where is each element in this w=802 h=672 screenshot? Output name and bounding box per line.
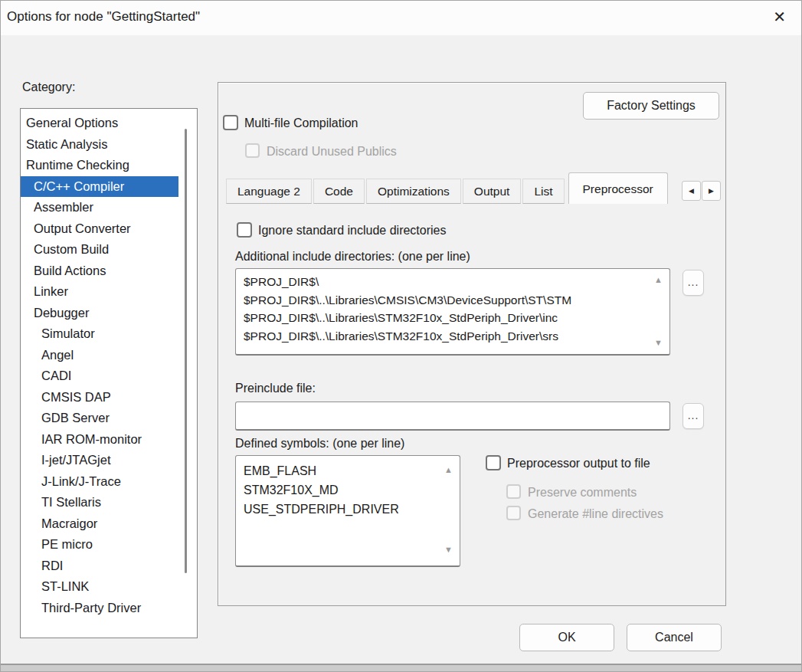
include-directories-browse-button[interactable]: ... — [683, 270, 704, 296]
multi-file-compilation-checkbox[interactable] — [223, 115, 238, 130]
category-item[interactable]: RDI — [21, 556, 178, 577]
category-item[interactable]: Build Actions — [21, 261, 178, 282]
category-item[interactable]: Simulator — [21, 323, 178, 345]
compiler-tab-label: Optimizations — [378, 185, 450, 198]
discard-unused-publics-label: Discard Unused Publics — [267, 145, 397, 159]
scroll-down-icon[interactable]: ▼ — [444, 546, 453, 554]
include-directory-line: $PROJ_DIR$\..\Libraries\STM32F10x_StdPer… — [244, 309, 643, 327]
category-item-label: Output Converter — [34, 221, 131, 235]
additional-include-directories-label: Additional include directories: (one per… — [235, 250, 470, 264]
generate-line-directives-checkbox — [506, 506, 521, 520]
category-item[interactable]: J-Link/J-Trace — [21, 471, 178, 493]
category-item-label: Assembler — [34, 200, 93, 214]
category-item-label: C/C++ Compiler — [34, 179, 124, 193]
compiler-tab[interactable]: List — [522, 179, 564, 204]
tab-scroll-right-icon[interactable]: ▶ — [702, 181, 721, 201]
tab-scroll-left-icon[interactable]: ◀ — [682, 181, 701, 201]
category-item-label: J-Link/J-Trace — [41, 474, 121, 488]
category-label: Category: — [22, 80, 75, 94]
preinclude-file-browse-button[interactable]: ... — [683, 403, 704, 429]
category-item-label: PE micro — [41, 537, 93, 551]
category-item[interactable]: PE micro — [21, 534, 178, 556]
category-item[interactable]: Static Analysis — [21, 134, 178, 156]
include-directory-line: $PROJ_DIR$\ — [244, 273, 643, 291]
defined-symbol-line: STM32F10X_MD — [244, 480, 434, 500]
preinclude-file-label: Preinclude file: — [235, 382, 316, 395]
scroll-down-icon[interactable]: ▼ — [654, 339, 663, 347]
preserve-comments-checkbox — [506, 484, 521, 499]
category-item-label: IAR ROM-monitor — [41, 432, 142, 446]
category-item-label: Third-Party Driver — [41, 601, 141, 615]
category-item[interactable]: C/C++ Compiler — [21, 176, 178, 198]
category-item[interactable]: TI Stellaris — [21, 492, 178, 513]
category-item-label: Runtime Checking — [26, 158, 129, 172]
preserve-comments-label: Preserve comments — [528, 486, 637, 500]
compiler-tab-label: Language 2 — [237, 185, 300, 198]
category-item-label: Angel — [41, 348, 74, 362]
dialog-title: Options for node "GettingStarted" — [7, 9, 200, 25]
category-item-label: Simulator — [41, 326, 95, 340]
category-item[interactable]: Assembler — [21, 197, 178, 218]
preinclude-file-input[interactable] — [235, 402, 670, 431]
category-item-label: Build Actions — [34, 264, 106, 277]
category-item[interactable]: IAR ROM-monitor — [21, 429, 178, 451]
category-item-label: Linker — [34, 284, 68, 298]
include-directory-line: $PROJ_DIR$\..\Libraries\CMSIS\CM3\Device… — [244, 291, 643, 310]
defined-symbol-line: EMB_FLASH — [244, 461, 434, 480]
category-item-label: TI Stellaris — [41, 495, 101, 509]
defined-symbol-line: USE_STDPERIPH_DRIVER — [244, 500, 434, 519]
additional-include-directories-textarea[interactable]: $PROJ_DIR$\ $PROJ_DIR$\..\Libraries\CMSI… — [235, 268, 670, 356]
ignore-standard-include-checkbox[interactable] — [237, 222, 252, 238]
generate-line-directives-label: Generate #line directives — [528, 507, 663, 521]
multi-file-compilation-label: Multi-file Compilation — [244, 116, 358, 130]
category-item[interactable]: Custom Build — [21, 239, 178, 261]
compiler-tab[interactable]: Preprocessor — [568, 172, 668, 204]
category-item[interactable]: General Options — [21, 113, 178, 134]
category-item-label: Macraigor — [41, 516, 97, 530]
close-icon[interactable]: ✕ — [773, 8, 786, 26]
category-item-label: I-jet/JTAGjet — [41, 453, 110, 467]
compiler-tab[interactable]: Code — [313, 179, 365, 204]
preprocessor-output-label: Preprocessor output to file — [507, 457, 650, 470]
discard-unused-publics-checkbox — [245, 143, 260, 158]
category-listbox[interactable]: General Options Static Analysis Runtime … — [20, 108, 198, 638]
category-item[interactable]: I-jet/JTAGjet — [21, 450, 178, 471]
category-item[interactable]: Macraigor — [21, 513, 178, 535]
category-scrollbar[interactable] — [185, 129, 187, 573]
category-item-label: CADI — [41, 369, 71, 382]
category-item-label: ST-LINK — [41, 579, 89, 593]
category-item[interactable]: Angel — [21, 345, 178, 366]
defined-symbols-textarea[interactable]: EMB_FLASH STM32F10X_MD USE_STDPERIPH_DRI… — [235, 455, 460, 567]
scroll-up-icon[interactable]: ▲ — [654, 276, 663, 284]
preprocessor-output-checkbox[interactable] — [486, 455, 501, 470]
category-item[interactable]: Linker — [21, 281, 178, 303]
category-item-label: Debugger — [34, 306, 89, 320]
category-item-label: Static Analysis — [26, 137, 107, 151]
compiler-tab[interactable]: Output — [463, 179, 522, 204]
cancel-button[interactable]: Cancel — [627, 624, 722, 651]
category-item[interactable]: ST-LINK — [21, 576, 178, 598]
ignore-standard-include-label: Ignore standard include directories — [258, 224, 446, 238]
category-item[interactable]: Output Converter — [21, 218, 178, 240]
category-item[interactable]: Third-Party Driver — [21, 598, 178, 619]
category-item[interactable]: Debugger — [21, 303, 178, 324]
scroll-up-icon[interactable]: ▲ — [444, 466, 453, 474]
compiler-tab[interactable]: Language 2 — [226, 179, 312, 204]
compiler-options-panel: Factory Settings Multi-file Compilation … — [218, 82, 726, 606]
category-item-label: GDB Server — [41, 411, 110, 425]
compiler-tab-label: Output — [474, 185, 510, 198]
compiler-tab-label: List — [534, 185, 552, 198]
compiler-tab-strip: Language 2 Code Optimizations Output Lis… — [226, 172, 669, 204]
compiler-tab[interactable]: Optimizations — [366, 179, 461, 204]
category-item[interactable]: CMSIS DAP — [21, 387, 178, 408]
category-item[interactable]: GDB Server — [21, 408, 178, 429]
title-bar: Options for node "GettingStarted" ✕ — [1, 1, 801, 35]
include-directory-line: $PROJ_DIR$\..\Libraries\STM32F10x_StdPer… — [244, 327, 643, 346]
options-dialog: Options for node "GettingStarted" ✕ Cate… — [0, 0, 802, 672]
factory-settings-button[interactable]: Factory Settings — [583, 92, 719, 120]
compiler-tab-label: Preprocessor — [583, 182, 653, 195]
ok-button[interactable]: OK — [519, 624, 614, 651]
category-item[interactable]: Runtime Checking — [21, 155, 178, 176]
compiler-tab-label: Code — [325, 185, 353, 198]
category-item[interactable]: CADI — [21, 366, 178, 387]
